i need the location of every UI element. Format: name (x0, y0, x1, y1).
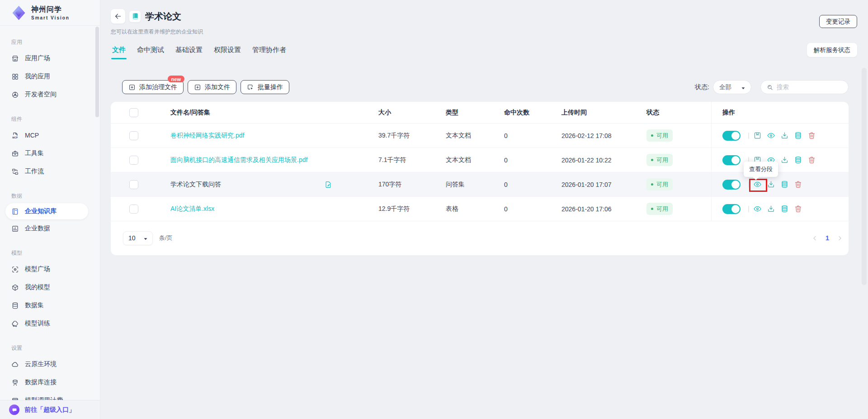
sidebar-item-cloud[interactable]: 云原生环境 (0, 355, 100, 373)
developer-icon (11, 91, 19, 99)
enable-toggle[interactable] (722, 155, 741, 165)
enable-toggle[interactable] (722, 180, 741, 190)
column-header: 文件名/问答集 (170, 102, 378, 123)
sidebar-section-label: 组件 (0, 115, 100, 126)
sidebar-item-workflow[interactable]: 工作流 (0, 162, 100, 181)
status-badge: 可用 (646, 154, 673, 166)
status-filter-label: 状态: (695, 83, 709, 91)
sidebar-item-label: 开发者空间 (25, 90, 57, 99)
bar-chart-icon (11, 225, 19, 233)
file-name[interactable]: AI论文清单.xlsx (170, 205, 214, 213)
super-entry-label: 前往「超级入口」 (24, 406, 75, 414)
page-size-select[interactable]: 10 (123, 231, 153, 245)
row-checkbox[interactable] (129, 180, 138, 189)
download-icon[interactable] (767, 205, 775, 213)
enable-toggle[interactable] (722, 204, 741, 214)
batch-select-icon (247, 84, 254, 91)
grid-icon (11, 73, 19, 81)
table-body: 卷积神经网络实践研究.pdf39.7千字符文本文档02026-02-12 17:… (111, 124, 849, 221)
row-operations (711, 197, 849, 221)
delete-icon[interactable] (794, 180, 802, 189)
main-content: 学术论文 您可以在这里查看并维护您的企业知识 文件命中测试基础设置权限设置管理协… (100, 0, 868, 419)
sidebar-section: 应用应用广场我的应用开发者空间 (0, 38, 100, 104)
caret-down-icon (740, 85, 745, 90)
status-filter-select[interactable]: 全部 (713, 80, 751, 94)
database-icon[interactable] (794, 156, 802, 164)
knowledge-base-icon (11, 208, 19, 215)
change-log-button[interactable]: 变更记录 (819, 15, 857, 28)
sidebar-item-training[interactable]: 模型训练 (0, 314, 100, 333)
download-icon[interactable] (767, 180, 775, 189)
sidebar-item-dataset[interactable]: 数据集 (0, 296, 100, 314)
page-title: 学术论文 (145, 10, 181, 23)
row-checkbox[interactable] (129, 156, 138, 165)
parse-service-status-button[interactable]: 解析服务状态 (807, 43, 857, 57)
delete-icon[interactable] (807, 156, 816, 164)
sidebar-item-label: 模型广场 (25, 265, 50, 273)
database-icon[interactable] (780, 180, 789, 189)
delete-icon[interactable] (794, 205, 802, 213)
sidebar-item-grid[interactable]: 我的应用 (0, 67, 100, 86)
column-header: 上传时间 (561, 102, 646, 123)
add-file-button[interactable]: 添加文件 (188, 80, 236, 94)
hit-count: 0 (504, 124, 561, 148)
upload-time: 2026-01-20 17:06 (561, 197, 646, 221)
chevron-right-icon[interactable] (836, 234, 844, 242)
column-header: 状态 (646, 102, 711, 123)
file-name[interactable]: 面向脑机接口的高速通信需求及相关应用场景.pdf (170, 156, 307, 164)
batch-operations-button[interactable]: 批量操作 (241, 80, 289, 94)
db-connect-icon (11, 379, 19, 386)
super-entry-link[interactable]: 前往「超级入口」 (0, 400, 100, 419)
table-row: 学术论文下载问答170字符问答集02026-01-20 17:07可用 (111, 172, 849, 197)
database-icon[interactable] (794, 131, 802, 140)
row-checkbox[interactable] (129, 131, 138, 140)
sidebar-item-db-connect[interactable]: 数据库连接 (0, 373, 100, 391)
select-all-checkbox[interactable] (129, 108, 138, 117)
table-row: 卷积神经网络实践研究.pdf39.7千字符文本文档02026-02-12 17:… (111, 124, 849, 148)
file-name[interactable]: 卷积神经网络实践研究.pdf (170, 132, 244, 140)
sidebar-item-cube[interactable]: 我的模型 (0, 278, 100, 296)
tab-文件[interactable]: 文件 (112, 46, 126, 59)
search-box[interactable] (760, 80, 849, 94)
sidebar-item-model-square[interactable]: 模型广场 (0, 260, 100, 278)
upload-time: 2026-02-12 17:08 (561, 124, 646, 148)
sidebar-item-knowledge-base[interactable]: 企业知识库 (5, 203, 88, 219)
upload-time: 2026-01-20 17:07 (561, 172, 646, 196)
tab-管理协作者[interactable]: 管理协作者 (252, 46, 286, 59)
sidebar-item-toolbox[interactable]: 工具集 (0, 144, 100, 162)
sidebar-item-label: 企业数据 (25, 224, 50, 233)
toolbar: 添加治理文件 new 添加文件 批量操作 状态: 全部 (122, 80, 849, 94)
main-scrollbar[interactable] (862, 68, 867, 285)
sidebar-section: 数据企业知识库企业数据 (0, 192, 100, 238)
sidebar-item-developer[interactable]: 开发者空间 (0, 86, 100, 104)
search-input[interactable] (777, 84, 835, 90)
view-icon[interactable] (753, 205, 762, 213)
sidebar-item-bar-chart[interactable]: 企业数据 (0, 219, 100, 238)
annotation-icon[interactable] (753, 131, 762, 140)
back-button[interactable] (111, 9, 125, 24)
column-header: 大小 (378, 102, 446, 123)
sidebar-item-storefront[interactable]: 应用广场 (0, 49, 100, 67)
view-icon[interactable] (767, 131, 775, 140)
sidebar-scrollbar[interactable] (95, 27, 99, 117)
status-badge: 可用 (646, 178, 673, 190)
download-icon[interactable] (780, 131, 789, 140)
hit-count: 0 (504, 148, 561, 172)
ops-divider (748, 133, 749, 139)
row-checkbox[interactable] (129, 205, 138, 214)
chevron-left-icon[interactable] (811, 234, 819, 242)
delete-icon[interactable] (807, 131, 816, 140)
tab-命中测试[interactable]: 命中测试 (137, 46, 164, 59)
database-icon[interactable] (780, 205, 789, 213)
sidebar-item-billing[interactable]: 模型调用计费 (0, 391, 100, 400)
tab-权限设置[interactable]: 权限设置 (214, 46, 241, 59)
enable-toggle[interactable] (722, 131, 741, 141)
brand-tagline: Smart Vision (31, 15, 70, 20)
sidebar-item-mcp[interactable]: MCPMCP (0, 126, 100, 144)
tab-基础设置[interactable]: 基础设置 (175, 46, 203, 59)
download-icon[interactable] (780, 156, 789, 164)
sidebar-item-label: 工作流 (25, 167, 44, 176)
add-governance-file-button[interactable]: 添加治理文件 new (122, 80, 184, 94)
current-page-number[interactable]: 1 (826, 234, 829, 242)
qa-edit-icon[interactable] (324, 181, 332, 189)
